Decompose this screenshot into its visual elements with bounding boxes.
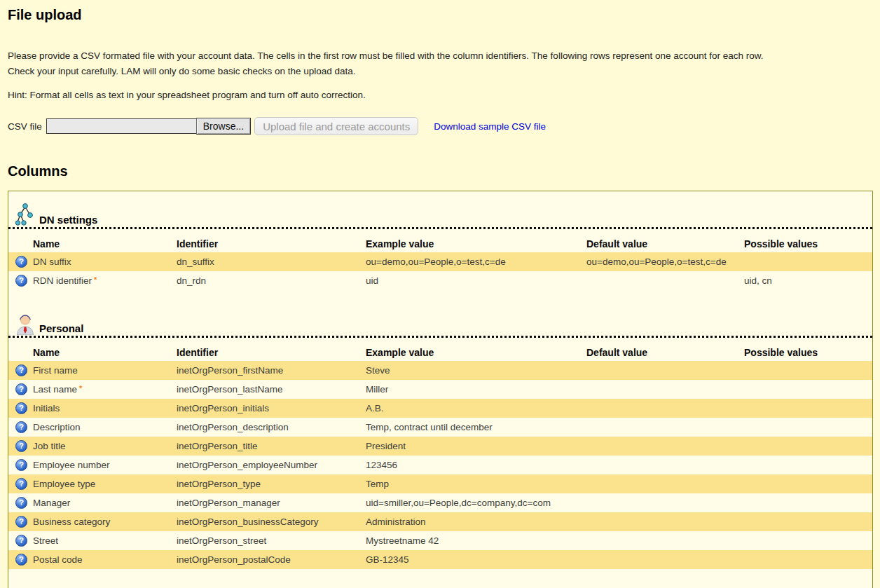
table-row: ? Description* inetOrgPerson_description… (8, 418, 872, 437)
upload-button[interactable]: Upload file and create accounts (254, 117, 418, 135)
column-name: Description (33, 422, 81, 432)
table-row: ? RDN identifier* dn_rdn uid uid, cn (8, 271, 872, 290)
help-cell: ? (8, 535, 33, 547)
upload-row: CSV file Browse... Upload file and creat… (8, 117, 872, 135)
help-icon[interactable]: ? (15, 497, 27, 509)
header-default-value: Default value (586, 238, 744, 249)
help-cell: ? (8, 256, 33, 268)
column-name-cell: RDN identifier* (33, 275, 177, 286)
help-icon[interactable]: ? (15, 535, 27, 547)
column-name: Employee type (33, 479, 95, 489)
help-icon[interactable]: ? (15, 256, 27, 268)
help-icon[interactable]: ? (15, 421, 27, 433)
column-name: Business category (33, 517, 110, 527)
table-row: ? Employee type* inetOrgPerson_type Temp (8, 474, 872, 493)
column-name-cell: Initials* (33, 403, 177, 413)
help-cell: ? (8, 459, 33, 471)
table-row: ? Business category* inetOrgPerson_busin… (8, 512, 872, 531)
intro-line-2: Check your input carefully. LAM will onl… (8, 64, 872, 79)
column-example-value: Temp, contract until december (366, 422, 586, 432)
column-name: First name (33, 365, 78, 376)
help-cell: ? (8, 402, 33, 414)
help-cell: ? (8, 440, 33, 452)
browse-button[interactable]: Browse... (196, 118, 251, 135)
column-identifier: dn_suffix (177, 257, 366, 267)
column-identifier: inetOrgPerson_manager (177, 498, 366, 508)
header-name: Name (33, 238, 177, 249)
column-name-cell: Job title* (33, 441, 177, 451)
table-row: ? Last name* inetOrgPerson_lastName Mill… (8, 380, 872, 399)
download-sample-csv-link[interactable]: Download sample CSV file (434, 121, 546, 132)
column-identifier: inetOrgPerson_title (177, 441, 366, 451)
header-identifier: Identifier (177, 238, 366, 249)
help-icon[interactable]: ? (15, 364, 27, 376)
column-example-value: 123456 (366, 460, 586, 470)
table-header-row: Name Identifier Example value Default va… (8, 235, 872, 252)
table-row: ? Job title* inetOrgPerson_title Preside… (8, 437, 872, 456)
column-example-value: A.B. (366, 403, 586, 413)
column-name-cell: DN suffix* (33, 257, 177, 267)
columns-section-title: Columns (8, 163, 872, 179)
section-header: Personal (8, 310, 872, 338)
help-icon[interactable]: ? (15, 402, 27, 414)
column-example-value: ou=demo,ou=People,o=test,c=de (366, 257, 586, 267)
column-example-value: uid=smiller,ou=People,dc=company,dc=com (366, 498, 586, 508)
column-name: DN suffix (33, 257, 71, 267)
hint-text: Hint: Format all cells as text in your s… (8, 90, 872, 100)
column-identifier: inetOrgPerson_street (177, 535, 366, 546)
column-possible-values: uid, cn (744, 275, 872, 286)
section-title: Personal (39, 322, 83, 335)
column-example-value: uid (366, 275, 586, 286)
help-icon[interactable]: ? (15, 554, 27, 566)
column-name: Job title (33, 441, 66, 451)
table-row: ? First name* inetOrgPerson_firstName St… (8, 361, 872, 380)
column-identifier: inetOrgPerson_postalCode (177, 554, 366, 565)
section-title: DN settings (39, 214, 97, 226)
table-header-row: Name Identifier Example value Default va… (8, 344, 872, 361)
column-name-cell: Employee type* (33, 479, 177, 489)
tree-icon (15, 203, 35, 226)
table-row: ? DN suffix* dn_suffix ou=demo,ou=People… (8, 252, 872, 271)
table-row: ? Initials* inetOrgPerson_initials A.B. (8, 399, 872, 418)
help-cell: ? (8, 383, 33, 395)
help-icon[interactable]: ? (15, 459, 27, 471)
table-row: ? Manager* inetOrgPerson_manager uid=smi… (8, 493, 872, 512)
column-identifier: inetOrgPerson_firstName (177, 365, 366, 376)
help-cell: ? (8, 516, 33, 528)
section-header: DN settings (8, 203, 872, 229)
column-example-value: Steve (366, 365, 586, 376)
column-name-cell: First name* (33, 365, 177, 376)
intro-line-1: Please provide a CSV formated file with … (8, 48, 872, 64)
help-cell: ? (8, 421, 33, 433)
column-identifier: inetOrgPerson_lastName (177, 384, 366, 395)
help-icon[interactable]: ? (15, 478, 27, 490)
column-example-value: Mystreetname 42 (366, 535, 586, 546)
column-name-cell: Employee number* (33, 460, 177, 470)
column-name-cell: Business category* (33, 517, 177, 527)
column-identifier: inetOrgPerson_initials (177, 403, 366, 413)
help-icon[interactable]: ? (15, 516, 27, 528)
help-cell: ? (8, 554, 33, 566)
column-name-cell: Last name* (33, 384, 177, 395)
person-icon (15, 310, 35, 335)
table-rows: ? First name* inetOrgPerson_firstName St… (8, 361, 872, 569)
header-example-value: Example value (366, 347, 586, 358)
help-icon[interactable]: ? (15, 275, 27, 287)
column-identifier: inetOrgPerson_employeeNumber (177, 460, 366, 470)
column-identifier: inetOrgPerson_businessCategory (177, 517, 366, 527)
file-upload-page: File upload Please provide a CSV formate… (0, 0, 880, 588)
help-icon[interactable]: ? (15, 440, 27, 452)
page-title: File upload (8, 7, 872, 23)
header-possible-values: Possible values (744, 347, 872, 358)
help-icon[interactable]: ? (15, 383, 27, 395)
column-name-cell: Street* (33, 535, 177, 546)
column-example-value: Administration (366, 517, 586, 527)
help-cell: ? (8, 364, 33, 376)
column-identifier: inetOrgPerson_description (177, 422, 366, 432)
column-name-cell: Description* (33, 422, 177, 432)
columns-box: DN settings Name Identifier Example valu… (8, 191, 873, 588)
csv-file-input[interactable] (46, 118, 196, 134)
column-name: Initials (33, 403, 60, 413)
help-cell: ? (8, 275, 33, 287)
intro-text: Please provide a CSV formated file with … (8, 48, 872, 79)
